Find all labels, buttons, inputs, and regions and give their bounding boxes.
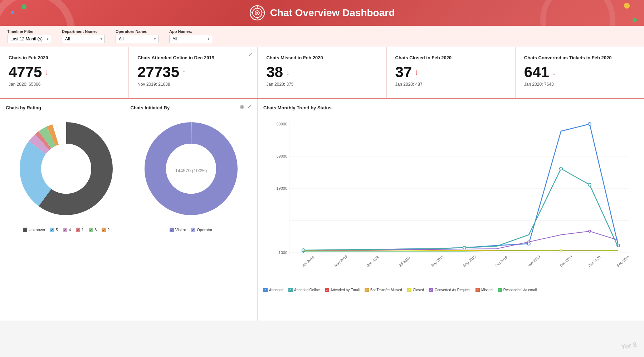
svg-text:59000: 59000 xyxy=(276,122,287,126)
chart-legend-item: ✓Missed xyxy=(475,288,493,292)
expand-chart-icon[interactable]: ⤢ xyxy=(247,104,252,109)
appnames-filter-group: App Names: All xyxy=(169,29,212,43)
bottom-section: ▦ ⤢ Chats by Rating xyxy=(0,99,644,321)
department-select-wrapper[interactable]: All xyxy=(62,35,105,43)
svg-text:Apr 2019: Apr 2019 xyxy=(301,255,315,268)
svg-point-42 xyxy=(588,123,591,125)
legend-label: 3 xyxy=(94,228,97,232)
kpi-title-3: Chats Closed in Feb 2020 xyxy=(395,55,507,61)
chart-legend-item: ✓Attended Online xyxy=(288,288,320,292)
svg-text:Jan 2020: Jan 2020 xyxy=(587,255,601,267)
initiated-donut-chart: 144570 (100%) xyxy=(136,113,247,224)
kpi-value-0: 4775 xyxy=(9,65,42,80)
svg-point-47 xyxy=(588,183,591,186)
initiated-center-label: 144570 (100%) xyxy=(175,168,207,173)
legend-label: 4 xyxy=(69,228,71,232)
svg-text:May 2019: May 2019 xyxy=(333,254,348,268)
chart-legend-item: ✓Converted As Request xyxy=(429,288,470,292)
initiated-chart-title: Chats Initiated By xyxy=(131,105,170,110)
rating-legend: ✓Unknown✓5✓4✓1✓3✓2 xyxy=(20,228,112,232)
trend-chart-panel: Chats Monthly Trend by Status 59000 3900… xyxy=(258,99,644,321)
legend-label: Attended xyxy=(269,288,283,292)
kpi-arrow-0: ↓ xyxy=(45,68,49,77)
legend-item: ✓3 xyxy=(89,228,97,232)
legend-check: ✓ xyxy=(498,288,502,292)
appnames-select[interactable]: All xyxy=(169,35,212,43)
kpi-prev-2: Jan 2020: 375 xyxy=(266,82,377,87)
chart-icons: ▦ ⤢ xyxy=(240,104,252,109)
kpi-value-row-1: 27735↑ xyxy=(137,65,249,80)
legend-check: ✓ xyxy=(50,228,54,232)
svg-text:144570 (100%): 144570 (100%) xyxy=(175,168,207,173)
legend-label: 1 xyxy=(82,228,84,232)
kpi-value-1: 27735 xyxy=(137,65,179,80)
expand-icon[interactable]: ⤢ xyxy=(249,51,253,57)
operators-filter-group: Operators Name: All xyxy=(116,29,158,43)
kpi-value-row-0: 4775↓ xyxy=(9,65,120,80)
donut-row: Chats by Rating xyxy=(6,105,252,232)
operators-label: Operators Name: xyxy=(116,29,158,34)
watermark: Yor 8 xyxy=(621,341,638,351)
legend-check: ✓ xyxy=(288,288,293,292)
chart-legend-item: ✓Attended by Email xyxy=(325,288,360,292)
rating-donut-chart xyxy=(11,113,122,224)
kpi-value-row-3: 37↓ xyxy=(395,65,507,80)
kpi-title-0: Chats in Feb 2020 xyxy=(9,55,120,61)
svg-text:Nov 2019: Nov 2019 xyxy=(527,254,541,267)
line-chart-container: 59000 39000 19000 -1000 Apr 2019 May 201… xyxy=(263,113,637,285)
dashboard-icon xyxy=(249,5,265,21)
kpi-value-4: 641 xyxy=(524,65,549,80)
svg-point-49 xyxy=(589,230,591,232)
legend-item: ✓5 xyxy=(50,228,58,232)
department-select[interactable]: All xyxy=(62,35,105,43)
legend-label: Bot Transfer Missed xyxy=(370,288,402,292)
legend-item: ✓4 xyxy=(63,228,71,232)
timeline-select[interactable]: Last 12 Month(s) Last 6 Month(s) Last 3 … xyxy=(7,35,51,43)
page-header: Chat Overview Dashboard xyxy=(0,0,644,26)
kpi-value-2: 38 xyxy=(266,65,283,80)
legend-check: ✓ xyxy=(63,228,67,232)
timeline-filter-group: Timeline Filter Last 12 Month(s) Last 6 … xyxy=(7,29,51,43)
chart-legend-item: ✓Bot Transfer Missed xyxy=(365,288,402,292)
decorative-dot-green xyxy=(21,4,26,9)
svg-text:Sep 2019: Sep 2019 xyxy=(462,254,477,267)
kpi-card-2: Chats Missed in Feb 202038↓Jan 2020: 375 xyxy=(258,47,386,98)
legend-check: ✓ xyxy=(102,228,106,232)
legend-label: Converted As Request xyxy=(435,288,470,292)
chart-legend-item: ✓Attended xyxy=(263,288,283,292)
kpi-title-2: Chats Missed in Feb 2020 xyxy=(266,55,377,61)
kpi-title-4: Chats Converted as Tickets in Feb 2020 xyxy=(524,55,635,61)
timeline-select-wrapper[interactable]: Last 12 Month(s) Last 6 Month(s) Last 3 … xyxy=(7,35,51,43)
operators-select[interactable]: All xyxy=(116,35,158,43)
legend-label: 2 xyxy=(107,228,109,232)
operators-select-wrapper[interactable]: All xyxy=(116,35,158,43)
kpi-arrow-1: ↑ xyxy=(182,68,186,77)
department-filter-group: Department Name: All xyxy=(62,29,105,43)
kpi-value-row-2: 38↓ xyxy=(266,65,377,80)
svg-text:Jun 2019: Jun 2019 xyxy=(366,255,380,267)
kpi-card-1: ⤢Chats Attended Online in Dec 201927735↑… xyxy=(129,47,258,98)
initiated-donut-container: Chats Initiated By 144570 (100%) ✓Visito… xyxy=(131,105,252,232)
legend-check: ✓ xyxy=(429,288,433,292)
decorative-dot-blue xyxy=(11,11,14,14)
svg-text:Dec 2019: Dec 2019 xyxy=(559,254,573,267)
kpi-value-row-4: 641↓ xyxy=(524,65,635,80)
kpi-arrow-3: ↓ xyxy=(415,68,419,77)
appnames-select-wrapper[interactable]: All xyxy=(169,35,212,43)
legend-label: Visitor xyxy=(175,228,186,232)
kpi-prev-3: Jan 2020: 487 xyxy=(395,82,507,87)
timeline-label: Timeline Filter xyxy=(7,29,51,34)
svg-text:Feb 2020: Feb 2020 xyxy=(616,255,630,268)
decorative-dot-yellow xyxy=(624,3,630,9)
legend-item: ✓Unknown xyxy=(23,228,45,232)
trend-chart-legend: ✓Attended✓Attended Online✓Attended by Em… xyxy=(263,288,637,292)
svg-text:Aug 2019: Aug 2019 xyxy=(430,254,444,267)
initiated-legend: ✓Visitor✓Operator xyxy=(167,228,215,232)
filters-bar: Timeline Filter Last 12 Month(s) Last 6 … xyxy=(0,26,644,47)
legend-check: ✓ xyxy=(475,288,480,292)
bar-chart-icon[interactable]: ▦ xyxy=(240,104,244,109)
svg-point-46 xyxy=(560,167,562,170)
legend-label: Unknown xyxy=(29,228,45,232)
decorative-dot-green2 xyxy=(633,18,637,22)
legend-check: ✓ xyxy=(263,288,268,292)
